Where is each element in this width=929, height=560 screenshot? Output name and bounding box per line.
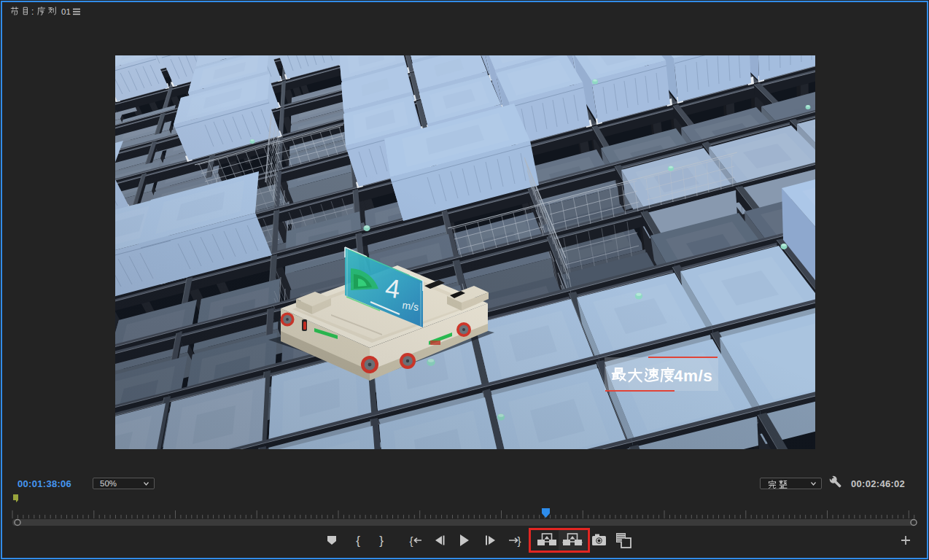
svg-text:{: { [409,534,413,547]
svg-text:{: { [356,534,360,548]
svg-text:}: } [379,534,384,548]
svg-text:}: } [517,534,521,547]
